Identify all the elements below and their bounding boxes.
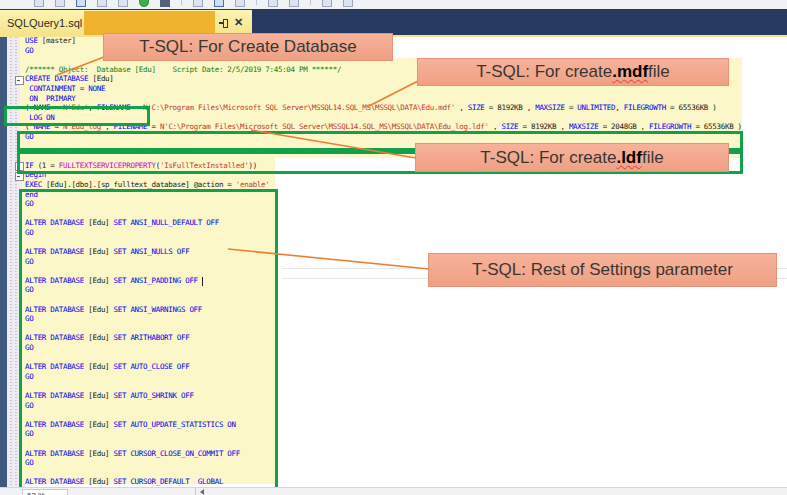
toolbar-icon[interactable]	[193, 0, 203, 7]
code-line: ON PRIMARY	[25, 94, 742, 104]
callout-text: T-SQL: For Create Database	[139, 37, 356, 57]
toolbar-icon[interactable]	[289, 0, 299, 7]
toolbar-icon[interactable]	[97, 0, 107, 7]
document-tab-strip: SQLQuery1.sql - ✕	[0, 9, 787, 35]
callout-mdf-file: T-SQL: For create .mdf file	[417, 58, 729, 86]
toolbar-icon[interactable]	[34, 0, 44, 7]
toolbar-icon[interactable]	[118, 0, 128, 7]
callout-ldf-ext: .ldf	[616, 148, 642, 168]
toolbar-icon[interactable]	[235, 0, 245, 7]
callout-text: T-SQL: For create	[476, 62, 612, 82]
document-tab[interactable]: SQLQuery1.sql - ✕	[0, 10, 252, 35]
toolbar-separator	[310, 0, 311, 5]
toolbar-icon[interactable]	[343, 0, 353, 7]
toolbar-icon[interactable]	[268, 0, 278, 7]
callout-ldf-file: T-SQL: For create .ldf file	[415, 143, 729, 172]
scrollbar-splitter[interactable]	[195, 488, 196, 495]
toolbar-icon[interactable]	[76, 0, 86, 7]
annotation-box-create-database	[4, 106, 150, 126]
toolbar-separator	[256, 0, 257, 5]
toolbar-icon[interactable]	[139, 0, 149, 7]
toolbar-separator	[181, 0, 182, 5]
pin-icon[interactable]	[219, 17, 230, 28]
ssms-window: SQLQuery1.sql - ✕ USE [master]GO /******…	[0, 0, 787, 495]
callout-text: file	[642, 148, 664, 168]
callout-rest-settings: T-SQL: Rest of Settings parameter	[428, 253, 777, 287]
callout-text: T-SQL: For create	[480, 148, 616, 168]
collapse-toggle-create[interactable]	[15, 76, 24, 85]
toolbar-icon[interactable]	[322, 0, 332, 7]
tab-title: SQLQuery1.sql -	[0, 17, 89, 29]
editor-left-border	[0, 37, 7, 487]
toolbar-icon[interactable]	[55, 0, 65, 7]
toolbar-icon[interactable]	[214, 0, 224, 7]
tab-title-redaction	[84, 11, 215, 35]
callout-create-database: T-SQL: For Create Database	[103, 33, 393, 61]
toolbar-icon[interactable]	[160, 0, 170, 7]
scroll-left-arrow-icon[interactable]	[200, 489, 204, 495]
close-icon[interactable]: ✕	[234, 14, 243, 30]
callout-text: T-SQL: Rest of Settings parameter	[472, 260, 733, 280]
callout-text: file	[648, 62, 670, 82]
annotation-box-settings-block	[19, 189, 278, 487]
toolbar	[0, 0, 787, 9]
status-bar: 62 %	[0, 487, 787, 495]
callout-mdf-ext: .mdf	[612, 62, 648, 82]
zoom-level-control[interactable]: 62 %	[22, 489, 68, 495]
